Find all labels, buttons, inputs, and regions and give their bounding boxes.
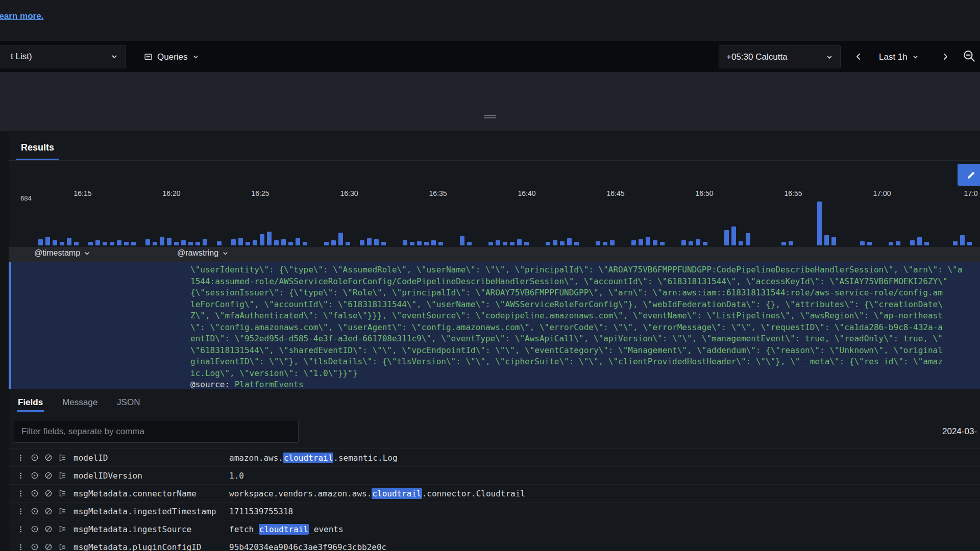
filter-exclude-icon[interactable] (41, 469, 55, 483)
field-name: modelID (74, 453, 229, 463)
time-label: 16:15 (74, 189, 91, 197)
histogram-bar (246, 242, 250, 245)
edit-query-button[interactable] (958, 164, 980, 186)
source-value: PlatformEvents (235, 380, 304, 389)
filter-include-icon[interactable] (28, 505, 41, 518)
results-panel: Results 684 16:1516:2016:2516:3016:3516:… (9, 131, 980, 551)
add-column-icon[interactable] (55, 540, 69, 551)
results-header: Results (9, 131, 980, 161)
filter-exclude-icon[interactable] (41, 540, 55, 551)
log-line: entID\": \"952ed95d-d585-4e3f-a3ed-66170… (190, 333, 962, 345)
kebab-menu-icon[interactable] (14, 505, 28, 518)
field-row[interactable]: msgMetadata.ingestSource fetch_cloudtrai… (9, 520, 980, 538)
histogram-bar (610, 240, 615, 245)
filter-include-icon[interactable] (28, 540, 41, 551)
timezone-dropdown[interactable]: +05:30 Calcutta (719, 45, 841, 68)
filter-include-icon[interactable] (28, 522, 41, 536)
pencil-icon (966, 170, 976, 180)
log-line: 1544:assumed-role/AWSServiceRoleForConfi… (190, 276, 962, 288)
learn-more-link[interactable]: Learn more. (0, 11, 43, 21)
filter-include-icon[interactable] (28, 487, 41, 500)
histogram-bar (124, 242, 129, 245)
histogram-bar (824, 235, 829, 245)
panel-splitter[interactable] (0, 72, 980, 131)
add-column-icon[interactable] (55, 469, 69, 483)
field-row[interactable]: msgMetadata.ingestedTimestamp 1711539755… (9, 502, 980, 520)
chevron-down-icon (192, 54, 199, 60)
field-row[interactable]: msgMetadata.connectorName workspace.vend… (9, 484, 980, 502)
list-dropdown[interactable]: t List) (0, 45, 126, 68)
time-label: 16:45 (606, 189, 624, 197)
filter-include-icon[interactable] (28, 469, 41, 483)
kebab-menu-icon[interactable] (14, 451, 28, 465)
time-label: 17:0 (964, 189, 977, 197)
chevron-down-icon (222, 250, 229, 257)
time-shift-forward-icon[interactable] (940, 52, 950, 62)
histogram-bar (689, 241, 693, 245)
histogram-bar (360, 240, 364, 245)
add-column-icon[interactable] (55, 505, 69, 518)
histogram-bar (831, 237, 836, 245)
log-line: \"userIdentity\": {\"type\": \"AssumedRo… (190, 264, 962, 276)
rawstring-content: \"userIdentity\": {\"type\": \"AssumedRo… (190, 264, 962, 391)
histogram-bar (917, 237, 922, 245)
filter-exclude-icon[interactable] (41, 451, 55, 465)
queries-button[interactable]: Queries (139, 45, 204, 68)
histogram-bar (260, 234, 264, 245)
histogram-bar (789, 241, 793, 245)
histogram-bar (38, 239, 43, 245)
add-column-icon[interactable] (55, 522, 69, 536)
time-label: 16:30 (340, 189, 358, 197)
time-label: 16:20 (162, 189, 180, 197)
histogram-bar (110, 242, 114, 245)
kebab-menu-icon[interactable] (14, 522, 28, 536)
histogram-bar (381, 242, 386, 245)
histogram-bar (517, 239, 522, 245)
kebab-menu-icon[interactable] (14, 469, 28, 483)
field-row[interactable]: modelIDVersion 1.0 (9, 466, 980, 484)
histogram-bar (910, 240, 915, 245)
time-label: 16:50 (695, 189, 713, 197)
tab-message[interactable]: Message (61, 397, 99, 412)
add-column-icon[interactable] (55, 487, 69, 500)
drag-handle-icon[interactable] (484, 115, 496, 120)
histogram-bar (488, 242, 493, 245)
histogram-bar (281, 239, 286, 245)
time-label: 16:40 (518, 189, 535, 197)
log-line: leForConfig\", \"accountId\": \"61831813… (190, 299, 962, 311)
histogram-bar (924, 242, 929, 245)
histogram-bar (889, 242, 893, 245)
histogram-bar (896, 241, 900, 245)
histogram-bar (960, 235, 965, 245)
filter-include-icon[interactable] (28, 451, 41, 465)
add-column-icon[interactable] (55, 451, 69, 465)
time-range-picker[interactable]: Last 1h (879, 45, 919, 68)
tab-json[interactable]: JSON (116, 397, 141, 412)
tab-results[interactable]: Results (16, 142, 59, 160)
column-rawstring[interactable]: @rawstring (177, 248, 229, 258)
selected-log-row[interactable]: \"userIdentity\": {\"type\": \"AssumedRo… (9, 262, 980, 389)
log-line: {\"sessionIssuer\": {\"type\": \"Role\",… (190, 287, 962, 299)
field-row[interactable]: msgMetadata.pluginConfigID 95b42034ea904… (9, 538, 980, 551)
histogram (38, 201, 972, 245)
histogram-bar (524, 242, 529, 245)
histogram-bar (953, 241, 958, 245)
time-shift-back-icon[interactable] (853, 52, 864, 62)
filter-exclude-icon[interactable] (41, 522, 55, 536)
kebab-menu-icon[interactable] (14, 540, 28, 551)
list-dropdown-value: t List) (11, 52, 32, 62)
timestamp-value: 2024-03- (942, 427, 977, 437)
filter-exclude-icon[interactable] (41, 487, 55, 500)
tab-fields[interactable]: Fields (17, 397, 44, 412)
histogram-bar (817, 202, 822, 245)
zoom-out-icon[interactable] (963, 49, 976, 63)
histogram-bar (574, 242, 579, 245)
filter-exclude-icon[interactable] (41, 505, 55, 518)
field-row[interactable]: modelID amazon.aws.cloudtrail.semantic.L… (9, 448, 980, 466)
search-match-highlight: cloudtrail (372, 488, 422, 499)
column-timestamp[interactable]: @timestamp (34, 248, 90, 258)
histogram-bar (367, 238, 372, 245)
field-filter-input[interactable] (14, 420, 299, 443)
kebab-menu-icon[interactable] (14, 487, 28, 500)
histogram-bar (681, 240, 686, 245)
